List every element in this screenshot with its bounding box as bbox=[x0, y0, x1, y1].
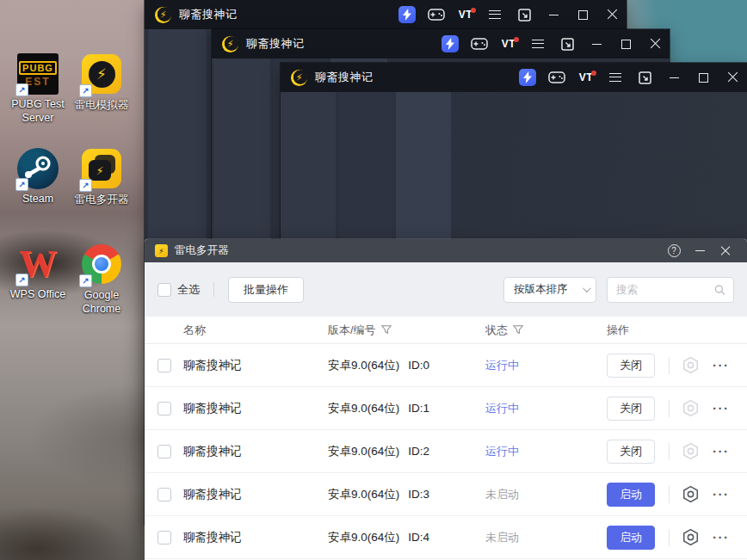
instance-id: ID:2 bbox=[408, 445, 429, 458]
row-checkbox[interactable] bbox=[157, 488, 171, 502]
boost-button[interactable] bbox=[392, 0, 422, 29]
vt-alert-dot bbox=[471, 8, 476, 13]
gamepad-icon[interactable] bbox=[542, 63, 571, 92]
row-checkbox[interactable] bbox=[157, 402, 171, 415]
vt-indicator[interactable]: VT bbox=[494, 29, 523, 58]
minimize-button[interactable] bbox=[539, 0, 568, 29]
more-options-button[interactable]: ··· bbox=[713, 490, 730, 499]
status-badge: 运行中 bbox=[485, 445, 519, 458]
filter-icon[interactable] bbox=[513, 325, 523, 335]
maximize-button[interactable] bbox=[568, 0, 597, 29]
instance-name: 聊斋搜神记 bbox=[183, 487, 328, 502]
close-icon bbox=[607, 9, 618, 21]
shrink-window-button[interactable] bbox=[553, 29, 582, 58]
close-button[interactable] bbox=[718, 63, 747, 92]
desktop-icon-label: Google Chrome bbox=[64, 289, 139, 316]
search-box[interactable] bbox=[607, 277, 734, 303]
instance-row: 聊斋搜神记 安卓9.0(64位)ID:0 运行中 关闭 ··· bbox=[145, 344, 747, 387]
more-options-button[interactable]: ··· bbox=[713, 533, 730, 542]
close-icon bbox=[720, 246, 731, 256]
close-button[interactable] bbox=[597, 0, 627, 29]
row-checkbox[interactable] bbox=[157, 359, 171, 372]
stop-instance-button[interactable]: 关闭 bbox=[607, 440, 655, 464]
chevron-down-icon bbox=[583, 284, 591, 292]
desktop-icon-ldplayer[interactable]: ⚡ ↗ 雷电模拟器 bbox=[64, 53, 139, 113]
hamburger-icon bbox=[489, 10, 501, 19]
instance-name: 聊斋搜神记 bbox=[183, 444, 328, 459]
menu-button[interactable] bbox=[601, 63, 630, 92]
window-title: 聊斋搜神记 bbox=[246, 36, 305, 52]
batch-operation-button[interactable]: 批量操作 bbox=[228, 277, 304, 303]
desktop-icon-label: 雷电模拟器 bbox=[64, 99, 139, 113]
menu-button[interactable] bbox=[523, 29, 553, 58]
settings-gear-icon[interactable] bbox=[682, 399, 700, 417]
sort-dropdown[interactable]: 按版本排序 bbox=[503, 277, 596, 303]
maximize-button[interactable] bbox=[688, 63, 718, 92]
minimize-button[interactable] bbox=[582, 29, 611, 58]
instance-name: 聊斋搜神记 bbox=[183, 358, 328, 373]
minimize-button[interactable] bbox=[659, 63, 688, 92]
more-options-button[interactable]: ··· bbox=[713, 361, 730, 370]
row-divider bbox=[669, 400, 670, 417]
start-instance-button[interactable]: 启动 bbox=[607, 526, 655, 550]
boost-button[interactable] bbox=[435, 29, 465, 58]
shrink-window-button[interactable] bbox=[509, 0, 539, 29]
instance-version: 安卓9.0(64位) bbox=[328, 531, 399, 544]
more-options-button[interactable]: ··· bbox=[713, 404, 730, 413]
instance-id: ID:0 bbox=[408, 359, 429, 372]
vt-alert-dot bbox=[591, 71, 596, 76]
stop-instance-button[interactable]: 关闭 bbox=[607, 397, 655, 421]
column-header-action: 操作 bbox=[607, 323, 629, 338]
shortcut-arrow-icon: ↗ bbox=[15, 274, 28, 286]
desktop-icon-multiplayer[interactable]: ⚡ ↗ 雷电多开器 bbox=[64, 148, 139, 207]
instance-version: 安卓9.0(64位) bbox=[328, 445, 399, 458]
instance-row: 聊斋搜神记 安卓9.0(64位)ID:2 运行中 关闭 ··· bbox=[145, 430, 747, 473]
manager-toolbar: 全选 批量操作 按版本排序 bbox=[145, 262, 747, 317]
more-options-button[interactable]: ··· bbox=[713, 447, 730, 456]
minimize-icon bbox=[549, 15, 559, 15]
close-button[interactable] bbox=[713, 239, 738, 262]
settings-gear-icon[interactable] bbox=[682, 485, 700, 503]
ldplayer-logo-icon: ⚡ bbox=[222, 36, 238, 52]
select-all-checkbox[interactable] bbox=[157, 283, 171, 297]
maximize-button[interactable] bbox=[611, 29, 640, 58]
vt-indicator[interactable]: VT bbox=[451, 0, 480, 29]
boost-button[interactable] bbox=[513, 63, 542, 92]
menu-button[interactable] bbox=[480, 0, 509, 29]
emulator-titlebar[interactable]: ⚡ 聊斋搜神记 VT bbox=[281, 63, 747, 92]
row-checkbox[interactable] bbox=[157, 531, 171, 545]
shortcut-arrow-icon: ↗ bbox=[79, 179, 92, 192]
emulator-titlebar[interactable]: ⚡ 聊斋搜神记 VT bbox=[212, 29, 670, 58]
emulator-titlebar[interactable]: ⚡ 聊斋搜神记 VT bbox=[145, 0, 627, 29]
settings-gear-icon[interactable] bbox=[682, 528, 700, 546]
help-button[interactable]: ? bbox=[661, 239, 687, 262]
search-input[interactable] bbox=[616, 284, 714, 296]
stop-instance-button[interactable]: 关闭 bbox=[607, 354, 655, 378]
close-icon bbox=[650, 39, 661, 50]
column-header-name: 名称 bbox=[183, 323, 328, 338]
ldplayer-logo-icon: ⚡ bbox=[291, 70, 307, 86]
shortcut-arrow-icon: ↗ bbox=[79, 84, 92, 97]
column-header-version: 版本/编号 bbox=[328, 323, 376, 338]
desktop-icon-chrome[interactable]: ↗ Google Chrome bbox=[64, 243, 139, 316]
shrink-window-button[interactable] bbox=[630, 63, 659, 92]
settings-gear-icon[interactable] bbox=[682, 442, 700, 460]
close-button[interactable] bbox=[640, 29, 670, 58]
close-icon bbox=[727, 72, 738, 83]
instance-id: ID:3 bbox=[408, 488, 429, 501]
start-instance-button[interactable]: 启动 bbox=[607, 483, 655, 507]
status-badge: 未启动 bbox=[485, 488, 519, 501]
instance-id: ID:1 bbox=[408, 402, 429, 415]
manager-titlebar[interactable]: ⚡ 雷电多开器 ? bbox=[145, 239, 747, 262]
ldplayer-logo-icon: ⚡ bbox=[155, 7, 171, 23]
row-checkbox[interactable] bbox=[157, 445, 171, 458]
vt-indicator[interactable]: VT bbox=[571, 63, 601, 92]
shortcut-arrow-icon: ↗ bbox=[79, 274, 92, 287]
minimize-button[interactable] bbox=[687, 239, 713, 262]
gamepad-icon[interactable] bbox=[422, 0, 451, 29]
maximize-icon bbox=[699, 73, 708, 83]
manager-app-icon: ⚡ bbox=[155, 244, 168, 257]
settings-gear-icon[interactable] bbox=[682, 356, 700, 374]
gamepad-icon[interactable] bbox=[465, 29, 494, 58]
filter-icon[interactable] bbox=[381, 325, 392, 335]
